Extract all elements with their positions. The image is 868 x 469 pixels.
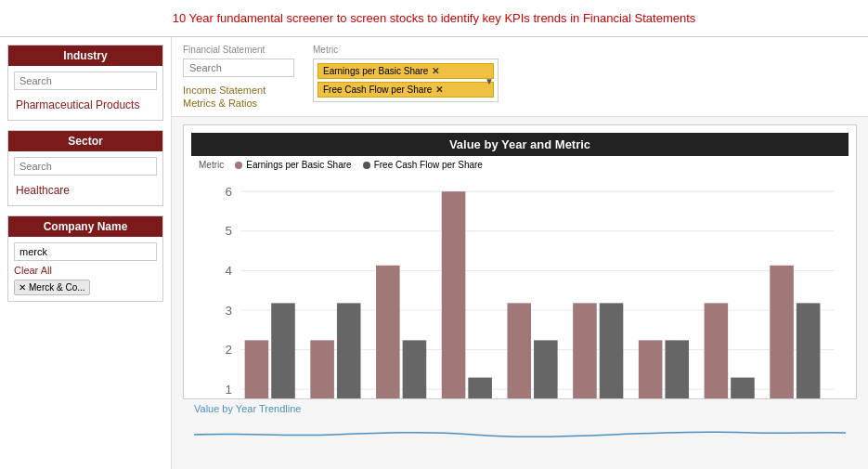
- sidebar: Industry Pharmaceutical Products Sector …: [0, 37, 172, 469]
- sector-section: Sector Healthcare: [7, 130, 163, 206]
- chart-legend: Metric Earnings per Basic Share Free Cas…: [191, 156, 849, 174]
- trendline-area: Value by Year Trendline: [183, 399, 857, 462]
- bar-chart-svg: 6 5 4 3 2 1 0: [199, 177, 841, 399]
- bar-2013-eps: [705, 303, 729, 399]
- bar-2008-fcf: [403, 340, 427, 399]
- legend-dot-eps: [235, 162, 242, 169]
- company-name-header: Company Name: [8, 216, 162, 237]
- bar-2010-eps: [507, 303, 531, 399]
- metric-tags-container[interactable]: Earnings per Basic Share ✕ Free Cash Flo…: [313, 59, 499, 102]
- bar-2014-fcf: [797, 303, 821, 399]
- trendline-svg: [194, 416, 846, 453]
- financial-statement-search[interactable]: [183, 59, 294, 77]
- company-name-section: Company Name Clear All ✕ Merck & Co...: [7, 215, 163, 302]
- bar-2012-eps: [639, 340, 663, 399]
- trendline-label: Value by Year Trendline: [194, 403, 846, 414]
- sector-header: Sector: [8, 131, 162, 151]
- bar-2012-fcf: [665, 340, 689, 399]
- svg-text:4: 4: [226, 264, 233, 278]
- income-statement-link[interactable]: Income Statement: [183, 85, 294, 96]
- metrics-ratios-link[interactable]: Metrics & Ratios: [183, 98, 294, 109]
- financial-statement-label: Financial Statement: [183, 45, 294, 55]
- bar-2007-fcf: [337, 303, 361, 399]
- metric-tag-fcf-remove[interactable]: ✕: [435, 85, 443, 95]
- bar-2011-fcf: [600, 303, 624, 399]
- clear-all-link[interactable]: Clear All: [14, 265, 157, 276]
- sector-body: Healthcare: [8, 151, 162, 205]
- svg-text:6: 6: [226, 185, 233, 199]
- metric-label: Metric: [313, 45, 499, 55]
- bar-2013-fcf: [731, 378, 755, 399]
- company-name-input[interactable]: [14, 242, 157, 261]
- industry-section: Industry Pharmaceutical Products: [7, 45, 163, 121]
- metric-filter: Metric Earnings per Basic Share ✕ Free C…: [313, 45, 499, 109]
- industry-header: Industry: [8, 46, 162, 66]
- bar-2006-eps: [245, 340, 269, 399]
- svg-text:1: 1: [226, 383, 233, 397]
- legend-item-eps: Earnings per Basic Share: [235, 160, 351, 170]
- industry-search-input[interactable]: [14, 72, 157, 90]
- metric-tag-eps-label: Earnings per Basic Share: [323, 66, 428, 76]
- filters-row: Financial Statement Income Statement Met…: [172, 37, 868, 117]
- bar-2008-eps: [376, 266, 400, 399]
- industry-item-pharmaceutical[interactable]: Pharmaceutical Products: [14, 96, 157, 114]
- chart-title: Value by Year and Metric: [191, 133, 849, 156]
- bar-2007-eps: [310, 340, 334, 399]
- filter-links: Income Statement Metrics & Ratios: [183, 85, 294, 109]
- sector-item-healthcare[interactable]: Healthcare: [14, 181, 157, 200]
- industry-body: Pharmaceutical Products: [8, 66, 162, 120]
- metric-tag-fcf[interactable]: Free Cash Flow per Share ✕: [317, 82, 494, 98]
- chart-area: Value by Year and Metric Metric Earnings…: [172, 117, 868, 469]
- company-name-body: Clear All ✕ Merck & Co...: [8, 237, 162, 301]
- svg-text:2: 2: [226, 343, 233, 357]
- dropdown-arrow-icon[interactable]: ▼: [485, 75, 494, 85]
- bar-2014-eps: [770, 266, 794, 399]
- bar-2009-fcf: [468, 378, 492, 399]
- legend-dot-fcf: [363, 162, 370, 169]
- legend-metric-label: Metric: [199, 160, 224, 170]
- legend-eps-label: Earnings per Basic Share: [246, 160, 351, 170]
- bar-2006-fcf: [271, 303, 295, 399]
- bar-2010-fcf: [534, 340, 558, 399]
- metric-tag-eps-remove[interactable]: ✕: [432, 66, 439, 76]
- company-tag-label: Merck & Co...: [29, 282, 85, 293]
- metric-tag-eps[interactable]: Earnings per Basic Share ✕: [317, 63, 494, 79]
- sector-search-input[interactable]: [14, 157, 157, 176]
- svg-text:5: 5: [226, 224, 233, 238]
- legend-item-fcf: Free Cash Flow per Share: [363, 160, 483, 170]
- chart-container: Value by Year and Metric Metric Earnings…: [183, 124, 857, 399]
- page-title: 10 Year fundamental screener to screen s…: [173, 11, 696, 25]
- financial-statement-filter: Financial Statement Income Statement Met…: [183, 45, 294, 109]
- close-icon[interactable]: ✕: [19, 282, 26, 293]
- company-tag: ✕ Merck & Co...: [14, 280, 90, 295]
- svg-text:3: 3: [226, 303, 233, 317]
- metric-tag-fcf-label: Free Cash Flow per Share: [323, 85, 432, 95]
- content-area: Financial Statement Income Statement Met…: [172, 37, 868, 469]
- legend-fcf-label: Free Cash Flow per Share: [374, 160, 483, 170]
- bar-2009-eps: [442, 191, 466, 399]
- bar-chart-wrapper: 6 5 4 3 2 1 0: [191, 174, 849, 399]
- bar-2011-eps: [573, 303, 597, 399]
